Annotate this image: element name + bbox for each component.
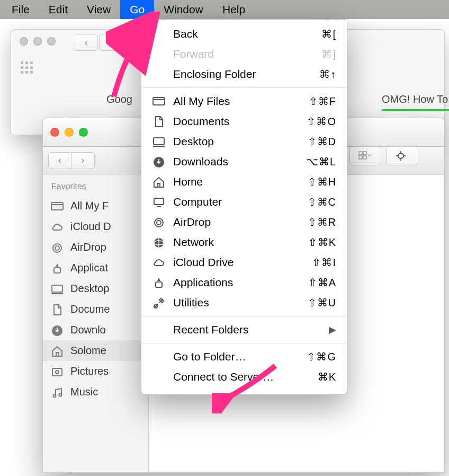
menu-item-label: Forward xyxy=(173,48,314,60)
close-icon[interactable] xyxy=(50,128,59,137)
airdrop-icon xyxy=(50,242,64,253)
sidebar-item-allfiles[interactable]: All My F xyxy=(43,196,148,216)
go-menu-desktop[interactable]: Desktop⇧⌘D xyxy=(141,131,347,152)
browser-grid-icon[interactable] xyxy=(21,61,33,74)
menu-shortcut: ⌘↑ xyxy=(319,68,336,81)
apps-icon xyxy=(152,277,166,288)
sidebar-item-desktop[interactable]: Desktop xyxy=(43,278,148,299)
music-icon xyxy=(50,386,64,398)
annotation-arrow-go xyxy=(106,12,164,102)
desktop-icon xyxy=(50,283,64,295)
sidebar-item-label: Solome xyxy=(70,345,106,357)
svg-rect-22 xyxy=(363,156,366,159)
sidebar-item-pictures[interactable]: Pictures xyxy=(43,361,148,382)
go-menu-enclosing-folder[interactable]: Enclosing Folder⌘↑ xyxy=(141,64,347,84)
menu-shortcut: ⇧⌘F xyxy=(309,95,336,108)
menu-shortcut: ⌘K xyxy=(318,371,336,383)
menu-item-label: Network xyxy=(173,236,301,249)
menu-shortcut: ⇧⌘U xyxy=(308,296,336,309)
downloads-icon xyxy=(152,156,166,168)
go-menu-applications[interactable]: Applications⇧⌘A xyxy=(141,272,347,293)
go-menu-icloud-drive[interactable]: iCloud Drive⇧⌘I xyxy=(141,252,347,272)
go-menu-network[interactable]: Network⇧⌘K xyxy=(141,232,347,252)
finder-back-button[interactable]: ‹ xyxy=(48,152,71,169)
downloads-icon xyxy=(50,324,64,336)
finder-forward-button[interactable]: › xyxy=(71,152,95,169)
sidebar-header-favorites: Favorites xyxy=(43,180,148,196)
zoom-icon[interactable] xyxy=(79,128,88,137)
browser-back-button[interactable]: ‹ xyxy=(75,34,98,51)
sidebar-item-label: AirDrop xyxy=(70,241,106,253)
menu-item-label: Documents xyxy=(173,115,299,128)
go-menu-documents[interactable]: Documents⇧⌘O xyxy=(141,111,347,131)
desktop-icon xyxy=(152,136,166,147)
go-menu-airdrop[interactable]: AirDrop⇧⌘R xyxy=(141,212,347,232)
menu-edit[interactable]: Edit xyxy=(39,0,77,19)
action-gear-button[interactable] xyxy=(387,146,418,165)
go-menu-home[interactable]: Home⇧⌘H xyxy=(141,172,347,192)
sidebar-item-airdrop[interactable]: AirDrop xyxy=(43,237,148,258)
svg-point-23 xyxy=(398,153,403,158)
menu-item-label: Enclosing Folder xyxy=(173,68,312,81)
go-menu-downloads[interactable]: Downloads⌥⌘L xyxy=(141,152,347,172)
go-menu-recent-folders[interactable]: Recent Folders▶ xyxy=(141,320,347,340)
go-menu-forward: Forward⌘] xyxy=(141,44,347,64)
cloud-icon xyxy=(152,257,166,268)
sidebar-item-docs[interactable]: Docume xyxy=(43,299,148,320)
browser-minimize-icon[interactable] xyxy=(33,37,42,46)
sidebar-item-label: Docume xyxy=(70,303,110,315)
computer-icon xyxy=(152,196,166,208)
sidebar-item-cloud[interactable]: iCloud D xyxy=(43,216,148,237)
menu-shortcut: ⇧⌘G xyxy=(307,350,336,363)
sidebar-item-label: iCloud D xyxy=(70,221,111,233)
docs-icon xyxy=(152,116,166,127)
minimize-icon[interactable] xyxy=(65,128,74,137)
menu-item-label: Back xyxy=(173,28,314,40)
menu-shortcut: ⇧⌘O xyxy=(307,115,336,128)
annotation-arrow-gotofolder xyxy=(212,360,286,413)
menu-item-label: AirDrop xyxy=(173,216,300,228)
sidebar-item-label: Music xyxy=(70,386,98,398)
sidebar-item-label: All My F xyxy=(70,200,109,212)
sidebar-item-home[interactable]: Solome xyxy=(43,340,148,361)
airdrop-icon xyxy=(152,216,166,228)
menu-separator xyxy=(141,316,347,316)
menu-shortcut: ⇧⌘D xyxy=(308,135,336,148)
menu-shortcut: ⇧⌘A xyxy=(308,276,336,289)
menu-shortcut: ⇧⌘C xyxy=(308,196,336,208)
finder-view-options xyxy=(349,146,418,165)
menu-item-label: Home xyxy=(173,175,300,188)
go-menu-utilities[interactable]: Utilities⇧⌘U xyxy=(141,293,347,313)
allfiles-icon xyxy=(50,200,64,212)
home-icon xyxy=(50,345,64,357)
menu-shortcut: ⇧⌘H xyxy=(308,175,336,188)
menu-file[interactable]: File xyxy=(2,0,39,19)
menu-shortcut: ⌥⌘L xyxy=(306,155,336,168)
menu-item-label: Downloads xyxy=(173,155,299,168)
menu-shortcut: ⌘] xyxy=(321,48,336,60)
sidebar-item-music[interactable]: Music xyxy=(43,382,148,402)
menu-shortcut: ⇧⌘R xyxy=(308,216,336,228)
menu-shortcut: ⇧⌘K xyxy=(308,236,336,249)
menu-help[interactable]: Help xyxy=(213,0,255,19)
pictures-icon xyxy=(50,366,64,377)
go-menu-computer[interactable]: Computer⇧⌘C xyxy=(141,192,347,212)
svg-rect-21 xyxy=(359,156,362,159)
menu-item-label: iCloud Drive xyxy=(173,256,304,269)
browser-close-icon[interactable] xyxy=(20,37,28,46)
go-dropdown-menu: Back⌘[Forward⌘]Enclosing Folder⌘↑All My … xyxy=(141,19,347,395)
sidebar-item-downloads[interactable]: Downlo xyxy=(43,320,148,340)
menu-item-label: Desktop xyxy=(173,135,300,148)
go-menu-back[interactable]: Back⌘[ xyxy=(141,24,347,44)
browser-tab-2[interactable]: OMG! How To xyxy=(382,93,448,105)
go-menu-all-my-files[interactable]: All My Files⇧⌘F xyxy=(141,91,347,111)
svg-rect-19 xyxy=(359,152,362,155)
sidebar-item-label: Applicat xyxy=(70,262,108,274)
view-mode-button[interactable] xyxy=(349,146,381,165)
browser-zoom-icon[interactable] xyxy=(47,37,56,46)
menu-item-label: Applications xyxy=(173,276,301,289)
apps-icon xyxy=(50,262,64,274)
utilities-icon xyxy=(152,297,166,308)
menubar: FileEditViewGoWindowHelp xyxy=(0,0,449,19)
sidebar-item-apps[interactable]: Applicat xyxy=(43,258,148,278)
